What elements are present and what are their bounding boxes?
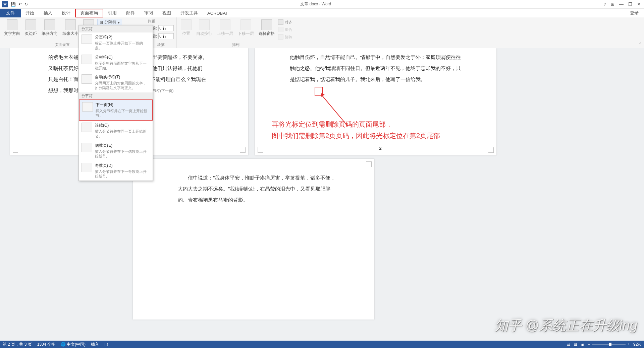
position-icon (181, 19, 192, 30)
status-insert-mode[interactable]: 插入 (91, 342, 99, 347)
save-icon[interactable]: 💾 (11, 2, 16, 7)
wrap-icon (199, 19, 210, 30)
doc-text: 里要警醒些，不要受凉。 (152, 54, 208, 60)
undo-icon[interactable]: ↶ (18, 2, 22, 7)
menu-even-page[interactable]: 偶数页(E)插入分节符并在下一偶数页上开始新节。 (79, 141, 153, 161)
tab-view[interactable]: 视图 (158, 9, 176, 17)
zoom-out-icon[interactable]: − (588, 342, 590, 347)
tab-insert[interactable]: 插入 (39, 9, 57, 17)
backward-icon (240, 19, 251, 30)
tab-file[interactable]: 文件 (0, 9, 21, 17)
even-page-icon (82, 143, 92, 152)
doc-text: 他触目伤怀，自然情不能自己。情郁于中，自然要发之于外；家庭琐屑便往往触他之怒。他… (290, 54, 461, 82)
next-page-icon (82, 102, 93, 112)
dropdown-section-page-breaks: 分页符 (79, 25, 153, 32)
ribbon-options-icon[interactable]: ⊞ (611, 2, 614, 7)
zoom-slider[interactable]: − + (588, 342, 630, 347)
menu-next-page[interactable]: 下一页(N)插入分节符并在下一页上开始新节。 (79, 99, 153, 121)
quick-access-toolbar: W 💾 ↶ ↻ (0, 1, 28, 7)
send-backward-button: 下移一层 (236, 19, 255, 37)
menu-column-break[interactable]: 分栏符(C)指示分栏符后面的文字将从下一栏开始。 (79, 53, 153, 73)
title-bar: W 💾 ↶ ↻ 文章.docx - Word ? ⊞ — ❐ ✕ (0, 0, 644, 9)
text-direction-button[interactable]: 文字方向 (3, 19, 21, 37)
tab-references[interactable]: 引用 (103, 9, 121, 17)
align-icon (278, 19, 283, 25)
bring-forward-button: 上移一层 (216, 19, 234, 37)
status-macro-icon[interactable]: ▢ (104, 342, 108, 347)
paper-size-icon (65, 19, 76, 30)
tab-acrobat[interactable]: ACROBAT (203, 9, 233, 17)
help-icon[interactable]: ? (604, 2, 606, 7)
menu-odd-page[interactable]: 奇数页(D)插入分节符并在下一奇数页上开始新节。 (79, 161, 153, 181)
continuous-icon (82, 123, 92, 132)
position-button: 位置 (179, 19, 193, 37)
group-objects-button: 组合 (278, 26, 292, 33)
view-web-layout-icon[interactable]: ▣ (581, 342, 584, 347)
doc-text: 他们只认得钱，托他们 (152, 65, 203, 71)
menu-text-wrapping[interactable]: 自动换行符(T)分隔网页上的对象周围的文字，如分隔题注文字与正文。 (79, 72, 153, 92)
close-button[interactable]: ✕ (637, 2, 641, 7)
doc-text: 又嘱托茶房好 (48, 65, 78, 71)
align-button[interactable]: 对齐 (278, 19, 292, 25)
dropdown-section-section-breaks: 分节符 (79, 92, 153, 99)
orientation-icon (44, 19, 55, 30)
window-controls: ? ⊞ — ❐ ✕ (604, 2, 644, 7)
paper-size-button[interactable]: 纸张大小 (61, 19, 80, 37)
selection-pane-button[interactable]: 选择窗格 (257, 19, 276, 37)
doc-text: 不能料理自己么？我现在 (151, 76, 206, 82)
view-print-layout-icon[interactable]: ▦ (574, 342, 577, 347)
login-link[interactable]: 登录 (625, 9, 644, 17)
status-word-count[interactable]: 1304 个字 (37, 342, 55, 347)
orientation-button[interactable]: 纸张方向 (40, 19, 59, 37)
breaks-icon: ⊟ (100, 20, 103, 25)
group-label-arrange: 排列 (179, 42, 292, 47)
wrap-text-button: 自动换行 (195, 19, 214, 37)
column-break-icon (82, 55, 92, 64)
tab-developer[interactable]: 开发工具 (176, 9, 203, 17)
status-page[interactable]: 第 2 页，共 3 页 (3, 342, 32, 347)
selection-pane-icon (261, 19, 272, 30)
group-icon (278, 27, 283, 32)
rotate-icon (278, 34, 283, 40)
tab-review[interactable]: 审阅 (140, 9, 158, 17)
rotate-button: 旋转 (278, 33, 292, 40)
annotation-text: 再将光标定位到需删除页码的页面尾部， 图中我们需删除第2页页码，因此将光标定位在… (272, 119, 440, 141)
text-wrap-break-icon (82, 74, 92, 84)
view-read-mode-icon[interactable]: ▤ (567, 342, 570, 347)
collapse-ribbon-icon[interactable]: ⌃ (639, 42, 642, 47)
breaks-button[interactable]: ⊟分隔符▾ (97, 19, 122, 26)
forward-icon (220, 19, 230, 30)
text-direction-icon (7, 19, 17, 30)
group-arrange: 位置 自动换行 上移一层 下移一层 选择窗格 对齐 组合 旋转 排列 (177, 17, 295, 48)
restore-button[interactable]: ❐ (628, 2, 632, 7)
odd-page-icon (82, 163, 92, 172)
minimize-button[interactable]: — (619, 2, 624, 7)
doc-text: 想想，我那时 (48, 87, 78, 93)
tab-design[interactable]: 设计 (57, 9, 75, 17)
page-number: 2 (260, 144, 501, 153)
page-3[interactable]: 信中说道："我身体平安，惟膀子疼痛厉害，举箸提笔，诸多不便，大约大去之期不远矣。… (133, 159, 374, 320)
spacing-before-input[interactable] (158, 25, 174, 31)
page-break-icon (82, 34, 92, 44)
tab-mailings[interactable]: 邮件 (121, 9, 140, 17)
spacing-header: 间距 (148, 19, 155, 24)
status-bar: 第 2 页，共 3 页 1304 个字 🌐 中文(中国) 插入 ▢ ▤ ▦ ▣ … (0, 341, 644, 348)
chevron-down-icon: ▾ (118, 20, 120, 25)
doc-text: 的紫毛大衣铺 (48, 54, 78, 60)
tab-page-layout[interactable]: 页面布局 (75, 9, 103, 17)
spacing-after-input[interactable] (158, 33, 174, 39)
redo-icon[interactable]: ↻ (24, 2, 28, 7)
word-logo-icon: W (2, 1, 8, 7)
ribbon-tabs: 文件 开始 插入 设计 页面布局 引用 邮件 审阅 视图 开发工具 ACROBA… (0, 9, 644, 17)
margins-button[interactable]: 页边距 (23, 19, 38, 37)
zoom-in-icon[interactable]: + (628, 342, 630, 347)
margins-icon (25, 19, 36, 30)
breaks-dropdown: 分页符 分页符(P)标记一页终止并开始下一页的点。 分栏符(C)指示分栏符后面的… (78, 25, 153, 181)
tab-home[interactable]: 开始 (21, 9, 39, 17)
status-language[interactable]: 🌐 中文(中国) (61, 342, 86, 347)
doc-text: 信中说道："我身体平安，惟膀子疼痛厉害，举箸提笔，诸多不便，大约大去之期不远矣。… (178, 175, 335, 203)
zoom-level[interactable]: 92% (633, 342, 641, 347)
menu-continuous[interactable]: 连续(O)插入分节符并在同一页上开始新节。 (79, 121, 153, 141)
menu-page-break[interactable]: 分页符(P)标记一页终止并开始下一页的点。 (79, 32, 153, 53)
window-title: 文章.docx - Word (28, 1, 604, 7)
